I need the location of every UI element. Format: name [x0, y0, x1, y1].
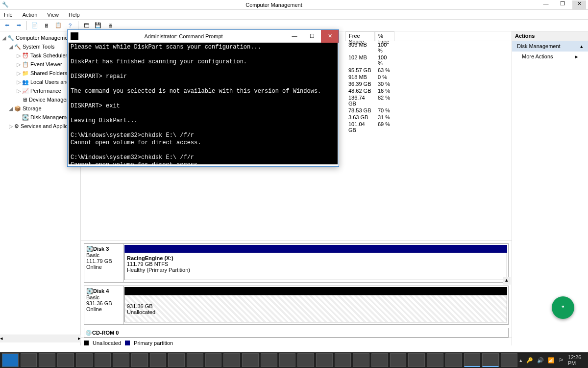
- tb-btn-2[interactable]: 🗏: [42, 21, 51, 30]
- taskbar-app-18[interactable]: [408, 353, 425, 367]
- close-button[interactable]: ✕: [572, 0, 586, 9]
- tray-icon-4[interactable]: 🏳: [559, 357, 564, 363]
- cmd-minimize-button[interactable]: —: [286, 30, 303, 43]
- forward-button[interactable]: ➡: [14, 21, 24, 30]
- cmd-output[interactable]: Please wait while DiskPart scans your co…: [68, 43, 339, 165]
- tb-btn-5[interactable]: 💾: [93, 21, 103, 30]
- taskbar-app-14[interactable]: [335, 353, 351, 367]
- scroll-up-icon[interactable]: ▴: [503, 277, 511, 285]
- taskbar-chrome[interactable]: [57, 353, 74, 367]
- disk4-volume[interactable]: 931.36 GB Unallocated: [124, 287, 507, 323]
- taskbar-app-15[interactable]: [353, 353, 369, 367]
- taskbar-app-9[interactable]: [242, 353, 259, 367]
- disk3-vol-health: Healthy (Primary Partition): [127, 267, 190, 273]
- volume-row[interactable]: 136.74 GB82 %: [345, 94, 512, 107]
- taskbar-ie[interactable]: [21, 353, 37, 367]
- menu-action[interactable]: Action: [21, 11, 40, 18]
- actions-header: Actions: [512, 31, 588, 41]
- taskbar-app-2[interactable]: [113, 353, 129, 367]
- taskbar-app-11[interactable]: [279, 353, 296, 367]
- mmc-titlebar[interactable]: 🔧 Computer Management — ❐ ✕: [0, 0, 588, 10]
- volume-row[interactable]: 101.04 GB69 %: [345, 121, 512, 133]
- legend: Unallocated Primary partition: [81, 338, 512, 347]
- volume-row[interactable]: 95.57 GB63 %: [345, 67, 512, 74]
- maximize-button[interactable]: ❐: [556, 0, 569, 9]
- cmd-titlebar[interactable]: Administrator: Command Prompt — ☐ ✕: [68, 30, 339, 43]
- hangouts-fab[interactable]: ❞: [552, 296, 574, 319]
- start-button[interactable]: [2, 353, 19, 367]
- volume-row[interactable]: 306 MB100 %: [345, 41, 512, 54]
- tb-btn-1[interactable]: 📄: [30, 21, 40, 30]
- disk-graphic-panel: 💽Disk 3 Basic 111.79 GB Online RacingEng…: [81, 240, 512, 345]
- tray-icon-2[interactable]: 🔊: [537, 357, 544, 364]
- tb-btn-6[interactable]: 🖥: [105, 21, 115, 30]
- menu-bar[interactable]: File Action View Help: [0, 10, 588, 20]
- disk-row-4[interactable]: 💽Disk 4 Basic 931.36 GB Online 931.36 GB…: [84, 286, 509, 325]
- menu-view[interactable]: View: [45, 11, 61, 18]
- taskbar-app-5[interactable]: [168, 353, 185, 367]
- cmd-window[interactable]: Administrator: Command Prompt — ☐ ✕ Plea…: [67, 29, 339, 167]
- taskbar-app-4[interactable]: [150, 353, 167, 367]
- tree-scrollbar[interactable]: ◂▸: [0, 335, 81, 342]
- tray-icon-3[interactable]: 📶: [548, 357, 555, 364]
- back-button[interactable]: ⬅: [2, 21, 12, 30]
- taskbar-app-21[interactable]: [501, 353, 517, 367]
- taskbar-explorer[interactable]: [39, 353, 55, 367]
- actions-more[interactable]: More Actions▸: [512, 52, 588, 62]
- taskbar-app-6[interactable]: [187, 353, 203, 367]
- volume-row[interactable]: 78.53 GB70 %: [345, 107, 512, 114]
- clock[interactable]: 12:26 PM: [568, 354, 586, 366]
- quote-icon: ❞: [562, 305, 564, 311]
- help-button[interactable]: ?: [65, 21, 75, 30]
- taskbar-firefox[interactable]: [76, 353, 93, 367]
- volume-row[interactable]: 918 MB0 %: [345, 74, 512, 80]
- volume-row[interactable]: 3.63 GB31 %: [345, 114, 512, 121]
- tray-up-icon[interactable]: ▴: [519, 357, 522, 364]
- cdrom-row[interactable]: 💿CD-ROM 0: [84, 328, 509, 338]
- cmd-maximize-button[interactable]: ☐: [303, 30, 321, 43]
- chevron-right-icon: ▸: [575, 53, 578, 60]
- taskbar[interactable]: ▴ 🔑 🔊 📶 🏳 12:26 PM: [0, 352, 588, 368]
- cmd-title: Administrator: Command Prompt: [81, 33, 286, 39]
- disk4-vol-health: Unallocated: [127, 309, 155, 315]
- menu-file[interactable]: File: [2, 11, 15, 18]
- cmd-close-button[interactable]: ✕: [321, 30, 339, 43]
- disk4-vol-size: 931.36 GB: [127, 303, 153, 309]
- taskbar-app-10[interactable]: [261, 353, 277, 367]
- col-free-space[interactable]: Free Space: [345, 31, 375, 41]
- taskbar-app-13[interactable]: [316, 353, 333, 367]
- menu-help[interactable]: Help: [67, 11, 82, 18]
- tray-icon-1[interactable]: 🔑: [526, 357, 533, 364]
- volume-list[interactable]: 306 MB100 %102 MB100 %95.57 GB63 %918 MB…: [345, 41, 512, 133]
- mmc-sysicon: 🔧: [2, 1, 9, 8]
- taskbar-app-1[interactable]: [95, 353, 111, 367]
- taskbar-app-3[interactable]: [131, 353, 148, 367]
- taskbar-cmd[interactable]: [464, 353, 481, 367]
- chevron-up-icon: ▴: [580, 43, 583, 50]
- disk3-vol-name: RacingEngine (X:): [127, 255, 173, 261]
- taskbar-app-19[interactable]: [427, 353, 443, 367]
- disk4-info: 💽Disk 4 Basic 931.36 GB Online: [84, 286, 123, 324]
- tb-btn-3[interactable]: 📋: [53, 21, 63, 30]
- taskbar-app-20[interactable]: [445, 353, 462, 367]
- volume-row[interactable]: 102 MB100 %: [345, 54, 512, 67]
- system-tray[interactable]: ▴ 🔑 🔊 📶 🏳 12:26 PM: [519, 354, 586, 366]
- taskbar-app-17[interactable]: [390, 353, 407, 367]
- volume-row[interactable]: 48.62 GB16 %: [345, 87, 512, 94]
- taskbar-app-7[interactable]: [205, 353, 222, 367]
- volume-header[interactable]: Free Space % Free: [345, 31, 512, 41]
- actions-disk-management[interactable]: Disk Management▴: [512, 41, 588, 52]
- minimize-button[interactable]: —: [539, 0, 553, 9]
- taskbar-app-16[interactable]: [371, 353, 388, 367]
- volume-row[interactable]: 36.39 GB30 %: [345, 80, 512, 87]
- taskbar-mmc[interactable]: [482, 353, 499, 367]
- cmd-icon: [71, 32, 78, 40]
- col-pct-free[interactable]: % Free: [375, 31, 394, 41]
- taskbar-app-12[interactable]: [297, 353, 314, 367]
- tb-btn-4[interactable]: 🗔: [81, 21, 91, 30]
- taskbar-app-8[interactable]: [223, 353, 240, 367]
- disk-row-3[interactable]: 💽Disk 3 Basic 111.79 GB Online RacingEng…: [84, 243, 509, 283]
- mmc-title: Computer Management: [9, 2, 539, 8]
- disk3-volume[interactable]: RacingEngine (X:) 111.79 GB NTFS Healthy…: [124, 245, 507, 281]
- disk3-info: 💽Disk 3 Basic 111.79 GB Online: [84, 244, 123, 282]
